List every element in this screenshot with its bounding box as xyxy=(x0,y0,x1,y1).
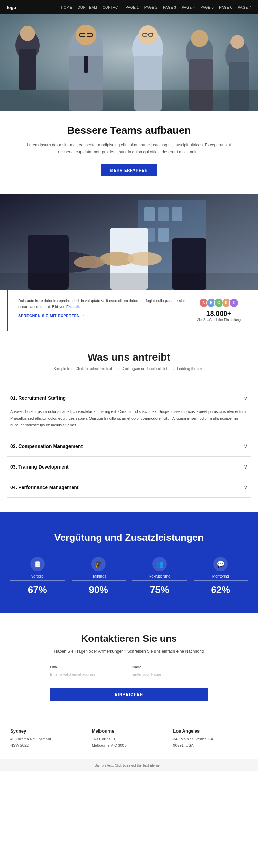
nav-page3[interactable]: PAGE 3 xyxy=(163,6,176,9)
accordion-title-1: 01. Recruitment Staffing xyxy=(10,395,66,401)
name-label: Name xyxy=(132,665,208,669)
accordion-title-4: 04. Performance Management xyxy=(10,485,78,490)
melbourne-address: 163 Collins St,Melbourne VIC 3000 xyxy=(92,736,166,748)
name-input[interactable] xyxy=(132,670,208,679)
svg-rect-28 xyxy=(158,207,169,221)
stats-label: Viel Spaß bei der Einstellung xyxy=(197,318,241,322)
mentoring-percent: 62% xyxy=(211,584,230,595)
trainings-label: Trainings xyxy=(91,574,106,578)
stat-card-rekrutierung: 👥 Rekrutierung 75% xyxy=(132,557,187,595)
chevron-down-icon-1: ∨ xyxy=(244,395,248,402)
blue-section: Vergütung und Zusatzleistungen 📋 Vorteil… xyxy=(0,512,258,613)
svg-rect-31 xyxy=(158,228,169,242)
stats-grid: 📋 Vorteile 67% 🎓 Trainings 90% 👥 Rekruti… xyxy=(10,557,248,595)
hero-image xyxy=(0,14,258,111)
rekrutierung-icon: 👥 xyxy=(152,557,167,571)
svg-point-19 xyxy=(191,30,208,47)
stat-card-trainings: 🎓 Trainings 90% xyxy=(72,557,126,595)
freepik-link[interactable]: Freepik xyxy=(66,305,80,309)
stats-right: A B C D E 18.000+ Viel Spaß bei der Eins… xyxy=(197,298,241,322)
location-sydney: Sydney 45 Pirrama Rd, PyrmontNSW 2022 xyxy=(10,728,85,748)
avatar: E xyxy=(229,298,239,308)
nav-page6[interactable]: PAGE 6 xyxy=(219,6,232,9)
nav-page2[interactable]: PAGE 2 xyxy=(144,6,158,9)
accordion: 01. Recruitment Staffing ∨ Answer: Lorem… xyxy=(7,388,251,498)
los-angeles-city: Los Angeles xyxy=(173,728,248,734)
nav-page7[interactable]: PAGE 7 xyxy=(238,6,251,9)
accordion-header-3[interactable]: 03. Training Development ∨ xyxy=(7,457,251,477)
melbourne-city: Melbourne xyxy=(92,728,166,734)
name-field-container: Name xyxy=(132,665,208,679)
svg-rect-29 xyxy=(172,207,182,221)
antreibt-title: Was uns antreibt xyxy=(10,351,248,363)
svg-rect-39 xyxy=(0,273,258,290)
accordion-title-2: 02. Compensation Management xyxy=(10,443,83,449)
nav-page5[interactable]: PAGE 5 xyxy=(201,6,214,9)
blue-section-title: Vergütung und Zusatzleistungen xyxy=(10,532,248,543)
chevron-down-icon-4: ∨ xyxy=(244,484,248,491)
mentoring-divider xyxy=(194,580,248,581)
nav-our-team[interactable]: OUR TEAM xyxy=(78,6,97,9)
hero-title: Bessere Teams aufbauen xyxy=(21,124,237,136)
chevron-down-icon-2: ∨ xyxy=(244,443,248,449)
nav-links: HOME OUR TEAM CONTACT PAGE 1 PAGE 2 PAGE… xyxy=(61,6,251,9)
svg-point-22 xyxy=(230,35,244,49)
vorteile-label: Vorteile xyxy=(31,574,44,578)
stats-number: 18.000+ xyxy=(206,310,231,318)
vorteile-percent: 67% xyxy=(28,584,47,595)
accordion-header-2[interactable]: 02. Compensation Management ∨ xyxy=(7,436,251,456)
sydney-city: Sydney xyxy=(10,728,85,734)
svg-point-38 xyxy=(74,256,105,268)
contact-title: Kontaktieren Sie uns xyxy=(10,633,248,644)
navigation: logo HOME OUR TEAM CONTACT PAGE 1 PAGE 2… xyxy=(0,0,258,14)
accordion-item-4: 04. Performance Management ∨ xyxy=(7,477,251,498)
form-row: Email Name xyxy=(50,665,208,679)
stat-card-vorteile: 📋 Vorteile 67% xyxy=(10,557,65,595)
chevron-down-icon-3: ∨ xyxy=(244,463,248,470)
trainings-divider xyxy=(72,580,126,581)
email-label: Email xyxy=(50,665,126,669)
mentoring-icon: 💬 xyxy=(213,557,228,571)
sydney-address: 45 Pirrama Rd, PyrmontNSW 2022 xyxy=(10,736,85,748)
accordion-header-1[interactable]: 01. Recruitment Staffing ∨ xyxy=(7,388,251,408)
accordion-item-1: 01. Recruitment Staffing ∨ Answer: Lorem… xyxy=(7,388,251,436)
trainings-icon: 🎓 xyxy=(91,557,106,571)
vorteile-icon: 📋 xyxy=(30,557,45,571)
logo: logo xyxy=(7,5,16,10)
nav-page1[interactable]: PAGE 1 xyxy=(126,6,139,9)
hero-description: Lorem ipsum dolor sit amet, consectetur … xyxy=(21,142,237,156)
trainings-percent: 90% xyxy=(89,584,108,595)
antreibt-subtitle: Sample text. Click to select the text bo… xyxy=(10,366,248,371)
stats-text: Duis aute irure dolor in reprehenderit i… xyxy=(18,298,186,318)
nav-contact[interactable]: CONTACT xyxy=(103,6,120,9)
nav-home[interactable]: HOME xyxy=(61,6,72,9)
email-input[interactable] xyxy=(50,670,126,679)
rekrutierung-divider xyxy=(132,580,187,581)
accordion-header-4[interactable]: 04. Performance Management ∨ xyxy=(7,477,251,497)
contact-subtitle: Haben Sie Fragen oder Anmerkungen? Schre… xyxy=(10,648,248,655)
nav-page4[interactable]: PAGE 4 xyxy=(182,6,195,9)
mentoring-label: Mentoring xyxy=(212,574,229,578)
location-melbourne: Melbourne 163 Collins St,Melbourne VIC 3… xyxy=(92,728,166,748)
experts-cta[interactable]: SPRECHEN SIE MIT EXPERTEN → xyxy=(18,314,186,318)
section-image xyxy=(0,194,258,290)
accordion-content-1: Answer: Lorem ipsum dolor sit amet, cons… xyxy=(7,408,251,436)
accordion-title-3: 03. Training Development xyxy=(10,464,69,470)
antreibt-section: Was uns antreibt Sample text. Click to s… xyxy=(0,331,258,388)
stats-row: Duis aute irure dolor in reprehenderit i… xyxy=(7,290,251,331)
svg-point-3 xyxy=(20,26,35,41)
svg-rect-24 xyxy=(0,90,258,111)
locations: Sydney 45 Pirrama Rd, PyrmontNSW 2022 Me… xyxy=(0,715,258,759)
rekrutierung-percent: 75% xyxy=(150,584,169,595)
svg-point-37 xyxy=(127,252,162,266)
email-field-container: Email xyxy=(50,665,126,679)
accordion-item-2: 02. Compensation Management ∨ xyxy=(7,436,251,457)
stats-description: Duis aute irure dolor in reprehenderit i… xyxy=(18,298,186,310)
svg-point-13 xyxy=(138,25,158,45)
stat-card-mentoring: 💬 Mentoring 62% xyxy=(194,557,248,595)
mehr-erfahren-button[interactable]: MEHR ERFAHREN xyxy=(101,164,158,176)
svg-rect-11 xyxy=(84,56,88,73)
rekrutierung-label: Rekrutierung xyxy=(149,574,170,578)
vorteile-divider xyxy=(10,580,65,581)
submit-button[interactable]: EINREICHEN xyxy=(50,688,208,701)
